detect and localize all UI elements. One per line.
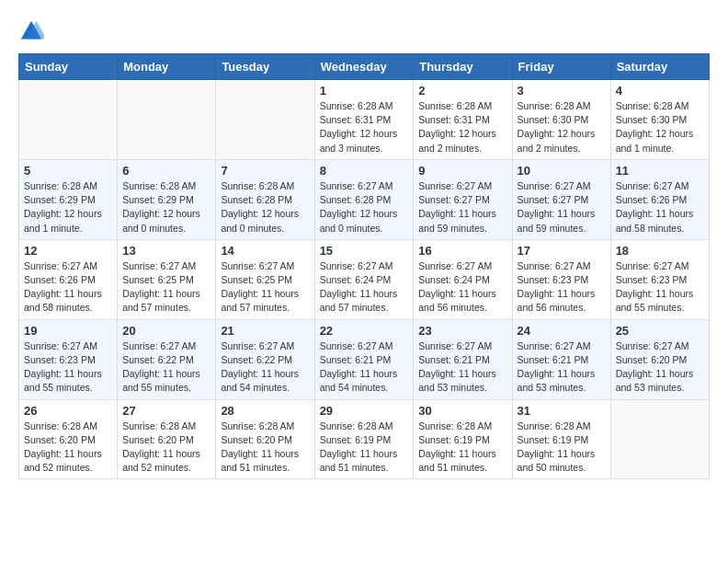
calendar-header-wednesday: Wednesday bbox=[314, 54, 414, 80]
day-info: Sunrise: 6:28 AM Sunset: 6:31 PM Dayligh… bbox=[320, 99, 409, 155]
day-info: Sunrise: 6:27 AM Sunset: 6:25 PM Dayligh… bbox=[122, 259, 210, 316]
calendar-cell: 9Sunrise: 6:27 AM Sunset: 6:27 PM Daylig… bbox=[414, 159, 512, 239]
day-info: Sunrise: 6:27 AM Sunset: 6:23 PM Dayligh… bbox=[518, 259, 606, 316]
day-info: Sunrise: 6:27 AM Sunset: 6:23 PM Dayligh… bbox=[24, 339, 112, 396]
calendar-header-thursday: Thursday bbox=[414, 54, 512, 80]
calendar-cell: 21Sunrise: 6:27 AM Sunset: 6:22 PM Dayli… bbox=[216, 319, 314, 399]
day-number: 21 bbox=[221, 324, 309, 338]
day-info: Sunrise: 6:27 AM Sunset: 6:21 PM Dayligh… bbox=[418, 339, 506, 396]
calendar-cell: 23Sunrise: 6:27 AM Sunset: 6:21 PM Dayli… bbox=[414, 319, 512, 399]
calendar-week-row: 1Sunrise: 6:28 AM Sunset: 6:31 PM Daylig… bbox=[19, 80, 710, 160]
calendar-header-friday: Friday bbox=[512, 54, 610, 80]
calendar-cell bbox=[216, 80, 314, 160]
day-info: Sunrise: 6:28 AM Sunset: 6:30 PM Dayligh… bbox=[616, 99, 704, 155]
day-number: 20 bbox=[122, 324, 210, 338]
day-info: Sunrise: 6:28 AM Sunset: 6:19 PM Dayligh… bbox=[418, 419, 506, 476]
day-info: Sunrise: 6:28 AM Sunset: 6:19 PM Dayligh… bbox=[320, 419, 409, 476]
header bbox=[18, 18, 710, 44]
day-info: Sunrise: 6:27 AM Sunset: 6:27 PM Dayligh… bbox=[418, 179, 506, 236]
day-number: 16 bbox=[418, 244, 506, 258]
day-number: 13 bbox=[122, 244, 210, 258]
calendar-cell: 16Sunrise: 6:27 AM Sunset: 6:24 PM Dayli… bbox=[414, 239, 512, 319]
day-info: Sunrise: 6:28 AM Sunset: 6:29 PM Dayligh… bbox=[122, 179, 210, 236]
day-number: 14 bbox=[221, 244, 309, 258]
calendar-cell: 17Sunrise: 6:27 AM Sunset: 6:23 PM Dayli… bbox=[512, 239, 610, 319]
calendar-cell: 24Sunrise: 6:27 AM Sunset: 6:21 PM Dayli… bbox=[512, 319, 610, 399]
calendar-cell: 2Sunrise: 6:28 AM Sunset: 6:31 PM Daylig… bbox=[414, 80, 512, 160]
day-info: Sunrise: 6:28 AM Sunset: 6:20 PM Dayligh… bbox=[24, 419, 112, 476]
day-number: 27 bbox=[122, 404, 210, 418]
day-number: 6 bbox=[122, 164, 210, 178]
day-info: Sunrise: 6:27 AM Sunset: 6:23 PM Dayligh… bbox=[616, 259, 704, 316]
calendar-cell: 31Sunrise: 6:28 AM Sunset: 6:19 PM Dayli… bbox=[512, 399, 610, 479]
calendar-cell: 4Sunrise: 6:28 AM Sunset: 6:30 PM Daylig… bbox=[610, 80, 709, 160]
calendar-header-sunday: Sunday bbox=[19, 54, 118, 80]
calendar-week-row: 5Sunrise: 6:28 AM Sunset: 6:29 PM Daylig… bbox=[19, 159, 710, 239]
calendar-cell bbox=[118, 80, 216, 160]
day-number: 22 bbox=[320, 324, 409, 338]
calendar-cell: 1Sunrise: 6:28 AM Sunset: 6:31 PM Daylig… bbox=[314, 80, 414, 160]
logo bbox=[18, 18, 48, 44]
day-number: 15 bbox=[320, 244, 409, 258]
calendar-cell: 12Sunrise: 6:27 AM Sunset: 6:26 PM Dayli… bbox=[19, 239, 118, 319]
day-number: 19 bbox=[24, 324, 112, 338]
day-info: Sunrise: 6:27 AM Sunset: 6:24 PM Dayligh… bbox=[418, 259, 506, 316]
calendar-week-row: 12Sunrise: 6:27 AM Sunset: 6:26 PM Dayli… bbox=[19, 239, 710, 319]
day-number: 25 bbox=[616, 324, 704, 338]
day-info: Sunrise: 6:28 AM Sunset: 6:19 PM Dayligh… bbox=[518, 419, 606, 476]
day-number: 1 bbox=[320, 84, 409, 98]
day-info: Sunrise: 6:28 AM Sunset: 6:31 PM Dayligh… bbox=[418, 99, 506, 155]
day-number: 12 bbox=[24, 244, 112, 258]
day-number: 5 bbox=[24, 164, 112, 178]
calendar-header-saturday: Saturday bbox=[610, 54, 709, 80]
calendar-cell: 30Sunrise: 6:28 AM Sunset: 6:19 PM Dayli… bbox=[414, 399, 512, 479]
day-number: 4 bbox=[616, 84, 704, 98]
day-number: 30 bbox=[418, 404, 506, 418]
calendar: SundayMondayTuesdayWednesdayThursdayFrid… bbox=[18, 53, 710, 479]
day-info: Sunrise: 6:27 AM Sunset: 6:24 PM Dayligh… bbox=[320, 259, 409, 316]
day-info: Sunrise: 6:27 AM Sunset: 6:26 PM Dayligh… bbox=[24, 259, 112, 316]
day-number: 8 bbox=[320, 164, 409, 178]
calendar-cell: 15Sunrise: 6:27 AM Sunset: 6:24 PM Dayli… bbox=[314, 239, 414, 319]
calendar-cell bbox=[610, 399, 709, 479]
calendar-header-tuesday: Tuesday bbox=[216, 54, 314, 80]
calendar-cell: 27Sunrise: 6:28 AM Sunset: 6:20 PM Dayli… bbox=[118, 399, 216, 479]
day-number: 23 bbox=[418, 324, 506, 338]
day-number: 9 bbox=[418, 164, 506, 178]
calendar-cell bbox=[19, 80, 118, 160]
day-number: 18 bbox=[616, 244, 704, 258]
calendar-cell: 5Sunrise: 6:28 AM Sunset: 6:29 PM Daylig… bbox=[19, 159, 118, 239]
day-number: 11 bbox=[616, 164, 704, 178]
calendar-cell: 3Sunrise: 6:28 AM Sunset: 6:30 PM Daylig… bbox=[512, 80, 610, 160]
calendar-cell: 28Sunrise: 6:28 AM Sunset: 6:20 PM Dayli… bbox=[216, 399, 314, 479]
calendar-cell: 19Sunrise: 6:27 AM Sunset: 6:23 PM Dayli… bbox=[19, 319, 118, 399]
calendar-cell: 6Sunrise: 6:28 AM Sunset: 6:29 PM Daylig… bbox=[118, 159, 216, 239]
logo-icon bbox=[18, 18, 44, 44]
day-number: 7 bbox=[221, 164, 309, 178]
calendar-cell: 11Sunrise: 6:27 AM Sunset: 6:26 PM Dayli… bbox=[610, 159, 709, 239]
calendar-cell: 29Sunrise: 6:28 AM Sunset: 6:19 PM Dayli… bbox=[314, 399, 414, 479]
calendar-cell: 26Sunrise: 6:28 AM Sunset: 6:20 PM Dayli… bbox=[19, 399, 118, 479]
calendar-cell: 10Sunrise: 6:27 AM Sunset: 6:27 PM Dayli… bbox=[512, 159, 610, 239]
calendar-week-row: 26Sunrise: 6:28 AM Sunset: 6:20 PM Dayli… bbox=[19, 399, 710, 479]
day-info: Sunrise: 6:27 AM Sunset: 6:22 PM Dayligh… bbox=[122, 339, 210, 396]
calendar-header-row: SundayMondayTuesdayWednesdayThursdayFrid… bbox=[19, 54, 710, 80]
day-number: 3 bbox=[518, 84, 606, 98]
day-info: Sunrise: 6:28 AM Sunset: 6:20 PM Dayligh… bbox=[221, 419, 309, 476]
calendar-header-monday: Monday bbox=[118, 54, 216, 80]
day-number: 10 bbox=[518, 164, 606, 178]
day-info: Sunrise: 6:27 AM Sunset: 6:28 PM Dayligh… bbox=[320, 179, 409, 236]
page: SundayMondayTuesdayWednesdayThursdayFrid… bbox=[0, 0, 728, 488]
day-number: 28 bbox=[221, 404, 309, 418]
calendar-cell: 22Sunrise: 6:27 AM Sunset: 6:21 PM Dayli… bbox=[314, 319, 414, 399]
calendar-week-row: 19Sunrise: 6:27 AM Sunset: 6:23 PM Dayli… bbox=[19, 319, 710, 399]
day-number: 26 bbox=[24, 404, 112, 418]
day-info: Sunrise: 6:27 AM Sunset: 6:26 PM Dayligh… bbox=[616, 179, 704, 236]
calendar-cell: 20Sunrise: 6:27 AM Sunset: 6:22 PM Dayli… bbox=[118, 319, 216, 399]
calendar-cell: 13Sunrise: 6:27 AM Sunset: 6:25 PM Dayli… bbox=[118, 239, 216, 319]
calendar-cell: 8Sunrise: 6:27 AM Sunset: 6:28 PM Daylig… bbox=[314, 159, 414, 239]
day-info: Sunrise: 6:28 AM Sunset: 6:29 PM Dayligh… bbox=[24, 179, 112, 236]
day-number: 24 bbox=[518, 324, 606, 338]
calendar-cell: 18Sunrise: 6:27 AM Sunset: 6:23 PM Dayli… bbox=[610, 239, 709, 319]
day-number: 31 bbox=[518, 404, 606, 418]
